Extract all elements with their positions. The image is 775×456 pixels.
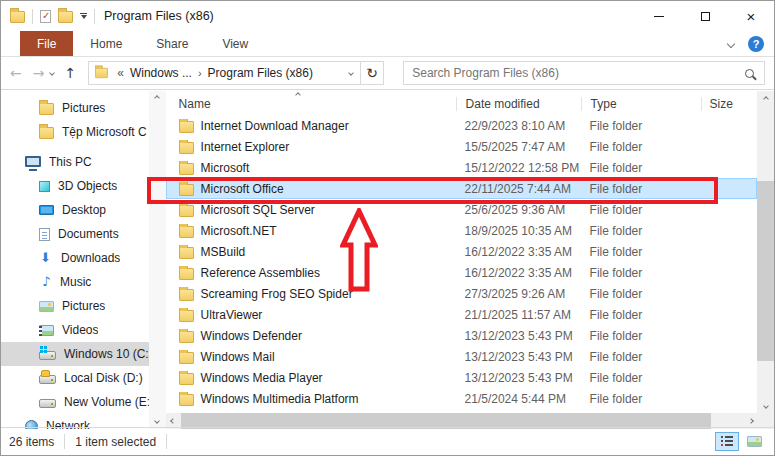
sidebar-item-label: Videos: [62, 323, 98, 337]
folder-icon: [179, 163, 194, 175]
breadcrumb-current[interactable]: Program Files (x86): [208, 66, 313, 80]
vertical-scrollbar-thumb[interactable]: [757, 181, 774, 361]
close-icon: ×: [747, 9, 756, 24]
folder-icon: [179, 226, 194, 238]
folder-icon: [179, 121, 194, 133]
selection-count: 1 item selected: [75, 435, 156, 449]
sidebar-item[interactable]: Downloads: [1, 246, 149, 270]
file-row[interactable]: Windows Media Player 13/12/2023 5:43 PM …: [166, 367, 757, 388]
vertical-scrollbar[interactable]: [757, 91, 774, 413]
file-row[interactable]: MSBuild 16/12/2022 3:35 AM File folder: [166, 241, 757, 262]
close-button[interactable]: ×: [728, 1, 774, 31]
breadcrumb-windows[interactable]: Windows ...: [130, 66, 192, 80]
back-button[interactable]: ←: [10, 66, 22, 80]
scroll-down-icon[interactable]: [154, 418, 160, 424]
view-toggle-buttons: [715, 432, 766, 451]
sidebar-item[interactable]: Tệp Microsoft C: [1, 120, 149, 144]
file-date-modified: 22/9/2023 8:10 AM: [456, 119, 581, 133]
column-headers: Name Date modified Type Size: [166, 91, 757, 115]
expand-ribbon-icon[interactable]: [727, 40, 735, 48]
new-folder-quick-icon[interactable]: [58, 11, 73, 23]
status-bar: 26 items 1 item selected: [1, 427, 774, 455]
file-row[interactable]: Reference Assemblies 16/12/2022 3:35 AM …: [166, 262, 757, 283]
sidebar-item[interactable]: Documents: [1, 222, 149, 246]
maximize-button[interactable]: [682, 1, 728, 31]
file-rows: Internet Download Manager 22/9/2023 8:10…: [166, 115, 757, 409]
collapsed-path-icon[interactable]: «: [117, 66, 124, 80]
file-row[interactable]: Microsoft 15/12/2022 12:58 PM File folde…: [166, 157, 757, 178]
sidebar-item[interactable]: Desktop: [1, 198, 149, 222]
file-name: MSBuild: [201, 245, 246, 259]
sidebar-item[interactable]: Windows 10 (C:): [1, 342, 149, 366]
sidebar-item[interactable]: New Volume (E:): [1, 390, 149, 414]
file-row[interactable]: Microsoft.NET 18/9/2025 10:35 AM File fo…: [166, 220, 757, 241]
file-name-cell: Microsoft SQL Server: [166, 203, 456, 217]
ribbon-right-controls: ?: [728, 31, 764, 57]
address-dropdown-icon[interactable]: [342, 62, 360, 84]
up-button[interactable]: ↑: [64, 66, 76, 80]
help-icon[interactable]: ?: [748, 36, 764, 52]
file-row[interactable]: UltraViewer 21/1/2025 11:57 AM File fold…: [166, 304, 757, 325]
minimize-button[interactable]: [636, 1, 682, 31]
forward-button[interactable]: →: [33, 66, 45, 80]
download-icon: [39, 251, 53, 265]
sidebar-item[interactable]: Music: [1, 270, 149, 294]
sidebar-item[interactable]: Videos: [1, 318, 149, 342]
search-icon[interactable]: [745, 69, 754, 78]
folder-icon: [179, 184, 194, 196]
scroll-up-icon[interactable]: [154, 95, 160, 101]
customize-quick-access-icon[interactable]: [80, 13, 87, 19]
ribbon-tab[interactable]: View: [205, 31, 265, 56]
scroll-down-icon[interactable]: [757, 398, 774, 413]
folder-icon: [179, 373, 194, 385]
file-name-cell: Microsoft: [166, 161, 456, 175]
sidebar-item[interactable]: Pictures: [1, 96, 149, 120]
file-type: File folder: [581, 182, 701, 196]
file-type: File folder: [581, 203, 701, 217]
file-name: Reference Assemblies: [201, 266, 320, 280]
file-row[interactable]: Windows Mail 13/12/2023 5:43 PM File fol…: [166, 346, 757, 367]
ribbon-tabs: FileHomeShareView ?: [1, 31, 774, 57]
location-folder-icon: [95, 68, 108, 78]
column-header-size[interactable]: Size: [701, 97, 757, 111]
sidebar-item-label: This PC: [49, 155, 92, 169]
scroll-up-icon[interactable]: [757, 91, 774, 106]
file-date-modified: 21/1/2025 11:57 AM: [456, 308, 581, 322]
sidebar-item[interactable]: 3D Objects: [1, 174, 149, 198]
file-date-modified: 21/5/2024 5:44 PM: [456, 392, 581, 406]
sidebar-item[interactable]: Pictures: [1, 294, 149, 318]
refresh-button[interactable]: ↻: [360, 62, 383, 84]
recent-locations-icon[interactable]: [50, 70, 56, 76]
status-divider: [166, 434, 167, 449]
picture-icon: [39, 301, 54, 312]
large-icons-view-button[interactable]: [742, 432, 766, 451]
file-row[interactable]: Internet Download Manager 22/9/2023 8:10…: [166, 115, 757, 136]
address-bar[interactable]: « Windows ... › Program Files (x86) ↻: [88, 61, 384, 85]
file-name: Microsoft: [201, 161, 250, 175]
properties-quick-icon[interactable]: [40, 10, 51, 23]
ribbon-tab[interactable]: Home: [73, 31, 139, 56]
details-view-button[interactable]: [715, 432, 739, 451]
file-row[interactable]: Windows Multimedia Platform 21/5/2024 5:…: [166, 388, 757, 409]
sidebar-item[interactable]: This PC: [1, 150, 149, 174]
titlebar-divider: [32, 9, 33, 24]
ribbon-tab[interactable]: File: [20, 31, 73, 56]
file-row[interactable]: Microsoft SQL Server 25/6/2025 9:36 AM F…: [166, 199, 757, 220]
sidebar-item[interactable]: Local Disk (D:): [1, 366, 149, 390]
ribbon-tab[interactable]: Share: [139, 31, 205, 56]
sidebar-item-label: Music: [60, 275, 91, 289]
file-row[interactable]: Internet Explorer 15/5/2025 7:47 AM File…: [166, 136, 757, 157]
column-header-type[interactable]: Type: [581, 97, 701, 111]
column-header-name[interactable]: Name: [166, 97, 456, 111]
column-header-date-modified[interactable]: Date modified: [456, 97, 581, 111]
file-type: File folder: [581, 245, 701, 259]
file-name-cell: Screaming Frog SEO Spider: [166, 287, 456, 301]
file-name: Internet Download Manager: [201, 119, 349, 133]
file-row[interactable]: Windows Defender 13/12/2023 5:43 PM File…: [166, 325, 757, 346]
file-name: Windows Media Player: [201, 371, 323, 385]
file-row[interactable]: Microsoft Office 22/11/2025 7:44 AM File…: [166, 178, 757, 199]
file-row[interactable]: Screaming Frog SEO Spider 27/3/2025 9:26…: [166, 283, 757, 304]
sidebar-scrollbar[interactable]: [149, 91, 166, 429]
file-list-pane: Name Date modified Type Size Internet Do…: [166, 91, 757, 429]
search-input[interactable]: [404, 66, 745, 80]
